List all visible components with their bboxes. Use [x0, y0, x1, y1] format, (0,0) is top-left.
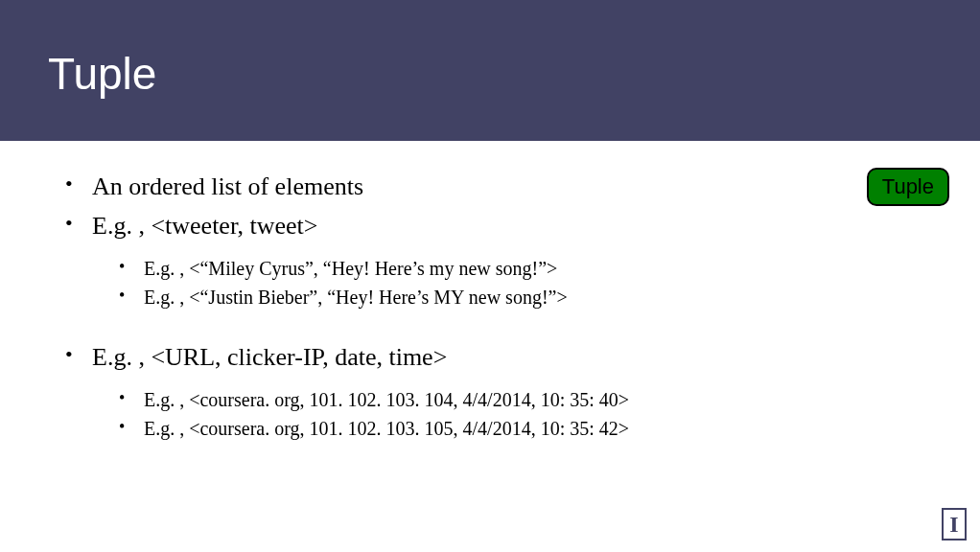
slide-header: Tuple: [0, 0, 980, 141]
tuple-tag: Tuple: [867, 168, 949, 206]
sub-bullet-item: E.g. , <coursera. org, 101. 102. 103. 10…: [119, 414, 662, 443]
bullet-item: E.g. , <URL, clicker-IP, date, time> E.g…: [65, 340, 662, 443]
bullet-text: E.g. , <URL, clicker-IP, date, time>: [92, 343, 447, 371]
logo-letter: I: [949, 513, 958, 536]
bullet-text: E.g. , <tweeter, tweet>: [92, 212, 317, 240]
bullet-list: An ordered list of elements E.g. , <twee…: [48, 170, 662, 443]
sub-bullet-text: E.g. , <“Miley Cyrus”, “Hey! Here’s my n…: [144, 258, 557, 279]
sub-bullet-text: E.g. , <coursera. org, 101. 102. 103. 10…: [144, 389, 629, 410]
slide-title: Tuple: [48, 48, 980, 100]
sub-bullet-item: E.g. , <coursera. org, 101. 102. 103. 10…: [119, 385, 662, 414]
sub-bullet-item: E.g. , <“Miley Cyrus”, “Hey! Here’s my n…: [119, 254, 662, 283]
sub-bullet-list: E.g. , <“Miley Cyrus”, “Hey! Here’s my n…: [92, 254, 662, 311]
illinois-logo-icon: I: [942, 508, 967, 540]
bullet-text: An ordered list of elements: [92, 172, 363, 200]
slide-content: Tuple An ordered list of elements E.g. ,…: [0, 141, 980, 443]
bullet-item: An ordered list of elements: [65, 170, 662, 203]
sub-bullet-list: E.g. , <coursera. org, 101. 102. 103. 10…: [92, 385, 662, 443]
sub-bullet-text: E.g. , <“Justin Bieber”, “Hey! Here’s MY…: [144, 287, 568, 308]
bullet-item: E.g. , <tweeter, tweet> E.g. , <“Miley C…: [65, 209, 662, 311]
sub-bullet-text: E.g. , <coursera. org, 101. 102. 103. 10…: [144, 418, 629, 439]
sub-bullet-item: E.g. , <“Justin Bieber”, “Hey! Here’s MY…: [119, 283, 662, 311]
